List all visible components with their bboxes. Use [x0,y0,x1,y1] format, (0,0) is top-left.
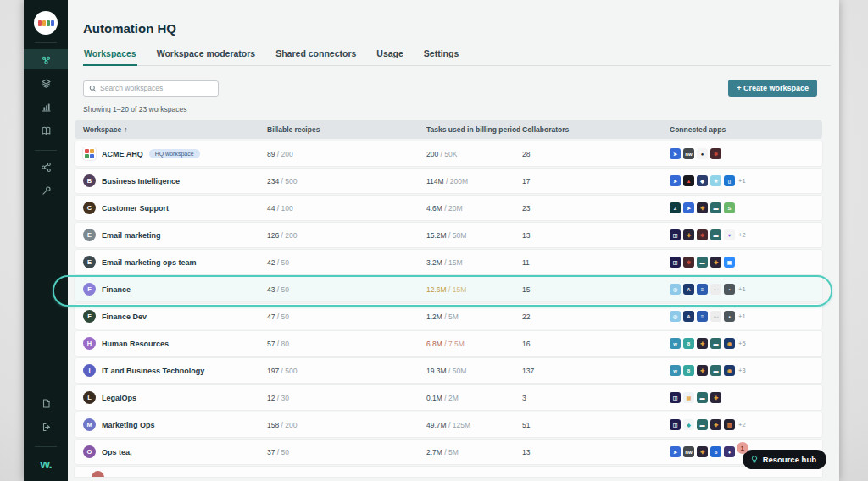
table-row[interactable]: F Finance 43 / 50 12.6M / 15M 15 ◎A≡⋯▪+1 [75,277,822,301]
tab-workspace-moderators[interactable]: Workspace moderators [156,48,257,65]
workspace-avatar: F [83,283,96,296]
workspace-avatar: H [83,337,96,350]
sidebar-item-docs[interactable] [24,393,68,413]
app-icon: ◫ [670,257,681,268]
workspace-name: Business Intelligence [102,177,180,185]
workspace-cell: E Email marketing [75,229,267,241]
workspace-cell: F Finance [75,283,267,296]
collaborators-cell: 15 [522,285,670,294]
app-icon: ✚ [697,446,708,457]
workspace-name: Email marketing ops team [102,258,197,267]
billable-recipes-cell: 42 / 50 [267,258,426,267]
table-row[interactable]: O Ops tea, 37 / 50 2.7M / 5M 13 ➤nw✚b♦ [75,440,822,464]
app-icon: ✚ [710,419,721,430]
app-icon: ▯ [724,175,735,186]
sidebar-item-recipes[interactable] [24,73,68,93]
app-icon: ➤ [683,202,694,213]
table-row[interactable]: ACME AHQ HQ workspace 89 / 200 200 / 50K… [75,141,822,166]
table-body: ACME AHQ HQ workspace 89 / 200 200 / 50K… [75,141,822,464]
app-icon: ▬ [710,365,721,376]
showing-count: Showing 1–20 of 23 workspaces [83,105,839,113]
search-input[interactable] [100,84,213,92]
workspace-cell: H Human Resources [75,337,267,350]
workspace-cell: I IT and Business Technology [75,364,267,377]
app-icon: w [670,365,681,376]
column-header[interactable]: Tasks used in billing period [426,125,522,134]
collaborators-cell: 11 [522,258,670,267]
connected-apps-cell: Z➤✚▬S [670,202,822,213]
sidebar-item-library[interactable] [24,120,68,141]
table-row[interactable]: B Business Intelligence 234 / 500 114M /… [75,169,822,193]
sidebar-item-community[interactable] [24,157,68,177]
workspace-name: Ops tea, [102,448,132,456]
app-icon: ✳ [710,175,721,186]
workspace-cell: ACME AHQ HQ workspace [75,147,267,160]
workspace-avatar [92,471,104,477]
connected-apps-cell: ◫▤▬✚ [670,392,822,403]
app-icon: nw [683,148,694,159]
table-row[interactable]: I IT and Business Technology 197 / 500 1… [75,358,822,383]
workspace-name: Customer Support [102,204,169,213]
app-icon: ✚ [697,338,708,349]
collaborators-cell: 28 [522,150,670,158]
tab-settings[interactable]: Settings [423,48,459,65]
app-window: w. Automation HQ WorkspacesWorkspace mod… [24,0,839,481]
app-icon: ▬ [710,202,721,213]
page-title: Automation HQ [68,0,839,36]
table-row[interactable]: M Marketing Ops 158 / 200 49.7M / 125M 5… [75,412,822,437]
collaborators-cell: 3 [522,394,670,402]
create-workspace-button[interactable]: + Create workspace [728,80,817,97]
tasks-cell: 6.8M / 7.5M [426,340,522,348]
workato-logo[interactable]: w. [40,451,51,473]
sidebar-item-dashboard[interactable] [24,97,68,117]
app-icon: ▬ [710,338,721,349]
tab-usage[interactable]: Usage [376,48,404,65]
column-header[interactable]: Connected apps [670,125,822,134]
workspace-name: Human Resources [102,340,169,348]
app-icon: ▬ [697,419,708,430]
collaborators-cell: 13 [522,231,670,240]
sidebar-item-tools[interactable] [24,180,68,201]
workspaces-icon [41,54,52,65]
logout-icon [41,422,52,433]
app-icon: ◉ [724,365,735,376]
table-row[interactable]: L LegalOps 12 / 30 0.1M / 2M 3 ◫▤▬✚ [75,385,822,410]
column-header[interactable]: Collaborators [522,125,670,134]
sidebar-item-logout[interactable] [24,417,68,437]
table-row-partial [75,467,822,477]
search-box[interactable] [83,80,219,97]
app-icon: A [683,311,694,322]
collaborators-cell: 16 [522,340,670,348]
tab-workspaces[interactable]: Workspaces [83,48,137,66]
app-icon: ⋯ [710,311,721,322]
resource-hub-button[interactable]: 1 Resource hub [743,450,826,469]
bar-chart-icon [41,102,52,113]
app-icon: nw [683,446,694,457]
billable-recipes-cell: 158 / 200 [267,421,426,429]
app-icon: ✚ [697,202,708,213]
workspace-name: IT and Business Technology [102,367,204,375]
document-icon [41,398,52,409]
table-row[interactable]: C Customer Support 44 / 100 4.6M / 20M 2… [75,196,822,220]
column-header[interactable]: Workspace↑ [75,125,267,134]
more-apps-count: +1 [738,177,746,185]
app-icon: w [670,338,681,349]
tasks-cell: 49.7M / 125M [426,421,522,429]
table-row[interactable]: H Human Resources 57 / 80 6.8M / 7.5M 16… [75,331,822,356]
tasks-cell: 3.2M / 15M [426,258,522,267]
hq-workspace-badge: HQ workspace [149,149,200,158]
sidebar-item-workspaces[interactable] [24,49,68,69]
table-row[interactable]: F Finance Dev 47 / 50 1.2M / 5M 22 ◎A≡⋯▪… [75,304,822,329]
app-icon: S [724,202,735,213]
book-icon [41,125,52,136]
billable-recipes-cell: 197 / 500 [267,367,426,375]
table-row[interactable]: E Email marketing ops team 42 / 50 3.2M … [75,250,822,274]
app-icon: ▪ [724,311,735,322]
tasks-cell: 0.1M / 2M [426,394,522,402]
app-icon: ♥ [724,229,735,240]
table-row[interactable]: E Email marketing 126 / 200 15.2M / 50M … [75,223,822,247]
tab-shared-connectors[interactable]: Shared connectors [275,48,357,65]
column-header[interactable]: Billable recipes [267,125,426,134]
acme-logo[interactable] [34,11,58,35]
app-icon: A [683,284,694,295]
